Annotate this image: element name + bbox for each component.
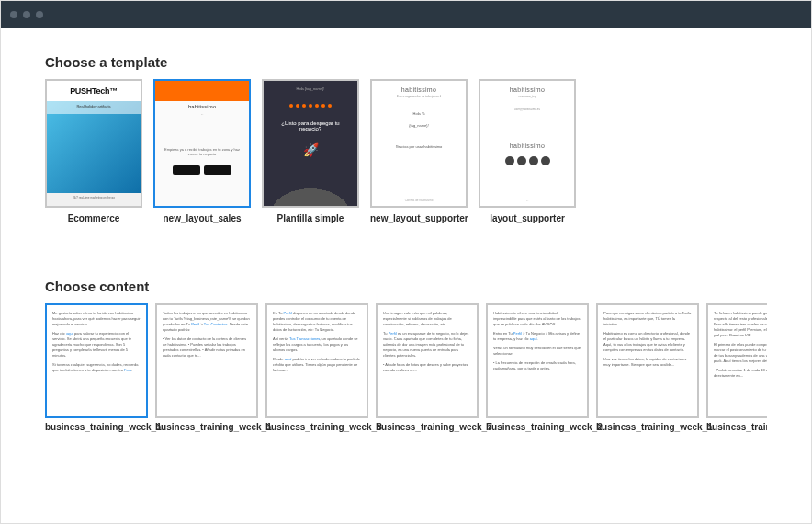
template-thumb: habitissimo ... Empieza ya a recibir tra… [153,79,251,208]
thumb-sub1: username_tag [480,95,574,98]
thumb-footer: 24/7 real-time marketing on the go [47,193,141,206]
googleplay-badge [204,165,231,175]
social-icon [529,156,538,165]
content-thumb: Habitissimo te ofrece una funcionalidad … [486,303,589,418]
social-icon [505,156,514,165]
thumb-sub2: user@habitissimo.es [480,108,574,111]
content-paragraph: Haz clic aquí para valorar tu experienci… [52,331,141,359]
appstore-badge [173,165,200,175]
content-card[interactable]: Todos los trabajos a los que accedes en … [155,303,258,432]
template-label: Ecommerce [45,213,142,223]
thumb-text: Empieza ya a recibir trabajos en tu zona… [161,147,243,156]
content-paragraph: Desde aquí podrás ir a ver cuándo caduca… [273,357,361,373]
template-card-layout-supporter[interactable]: habitissimo username_tag user@habitissim… [479,79,576,223]
template-label: new_layout_sales [153,213,251,223]
content-paragraph: El primero de ellos puede comprar y cons… [714,342,767,364]
thumb-question: ¿Listo para despegar tu negocio? [264,120,357,131]
window-dot [23,11,30,18]
content-paragraph: Entra en Tu Perfil > Tu Negocio > Mis av… [493,331,581,342]
thumb-brand: habitissimo [480,81,574,95]
content-thumb: Una imagen vale más que mil palabras, es… [376,303,479,418]
content-paragraph: Para que consigas sacar el máximo partid… [603,311,692,327]
content-thumb: Tu ficha en habitissimo puede ganar visi… [706,303,767,418]
content-card[interactable]: Para que consigas sacar el máximo partid… [596,303,699,432]
social-icon [541,156,550,165]
dot-row [264,104,357,108]
thumb-brand: habitissimo [372,81,466,95]
content-card[interactable]: En Tu Perfil dispones de un apartado des… [265,303,368,432]
template-card-plantilla-simple[interactable]: Hola {tag_name}! ¿Listo para despegar tu… [262,79,359,223]
content-paragraph: • Podrás arrastrar 1 de cada 10 contacto… [714,368,767,379]
content-paragraph: Habitissimo es como un directorio profes… [603,331,692,353]
content-paragraph: • Añade fotos de fotos que desees y sube… [383,362,471,373]
templates-heading: Choose a template [45,54,767,70]
template-thumb: habitissimo username_tag user@habitissim… [479,79,576,208]
store-buttons [173,165,231,175]
content-paragraph: Una imagen vale más que mil palabras, es… [383,311,471,327]
thumb-title: habitissimo [155,101,249,112]
content-card[interactable]: Tu ficha en habitissimo puede ganar visi… [706,303,767,432]
content-label: business_training_week_7 [376,422,479,432]
template-card-new-layout-supporter[interactable]: habitissimo Nunca regenerados de trabajo… [370,79,468,223]
content-thumb: En Tu Perfil dispones de un apartado des… [265,303,368,418]
orange-bar [155,81,249,101]
content-paragraph: Verás un formulario muy sencillo en el q… [493,346,581,357]
template-card-ecommerce[interactable]: PUSHTech™ Real holiday artifacts 24/7 re… [45,79,142,223]
content-paragraph: Todos los trabajos a los que accedes en … [163,311,251,333]
content-paragraph: Si tuvieras cualquier sugerencia, no dud… [52,362,141,373]
content-row: Me gustaría saber cómo te ha ido con hab… [45,303,767,432]
app-window: Choose a template PUSHTech™ Real holiday… [0,0,812,524]
thumb-greeting: Hola {tag_name}! [264,81,357,97]
content-section: Choose content Me gustaría saber cómo te… [45,279,767,432]
window-titlebar [1,1,811,28]
thumb-line: Hola % [372,111,466,116]
hero-image: Real holiday artifacts [47,101,141,193]
template-label: layout_supporter [479,213,576,223]
thumb-line: {tag_name}! [372,123,466,128]
template-thumb: habitissimo Nunca regenerados de trabajo… [370,79,468,208]
content-paragraph: • La frecuencia de recepción de emails: … [493,360,581,371]
content-card[interactable]: Habitissimo te ofrece una funcionalidad … [486,303,589,432]
content-thumb: Me gustaría saber cómo te ha ido con hab… [45,303,148,418]
curve-decor [264,184,357,206]
thumb-subtitle: Nunca regenerados de trabajo con fi [372,95,466,98]
content-paragraph: Tu ficha en habitissimo puede ganar visi… [714,311,767,338]
content-paragraph: Una vez tienes los datos, la rapidez de … [603,357,692,368]
thumb-footer: Correos de habitissimo [372,195,466,206]
window-dot [10,11,17,18]
content-card[interactable]: Una imagen vale más que mil palabras, es… [376,303,479,432]
brand-logo: PUSHTech™ [47,81,141,101]
template-label: new_layout_supporter [370,213,468,223]
content-heading: Choose content [45,279,767,294]
thumb-footer: ... [480,195,574,206]
content-thumb: Para que consigas sacar el máximo partid… [596,303,699,418]
template-label: Plantilla simple [262,213,359,223]
content-label: business_training_week_2 [486,422,589,432]
social-icons [480,156,574,165]
window-dot [36,11,43,18]
content-label: business_training_week_1 [155,422,258,432]
content-paragraph: En Tu Perfil dispones de un apartado des… [273,311,361,333]
thumb-body: Empieza ya a recibir trabajos en tu zona… [155,116,249,206]
thumb-brand2: habitissimo [480,137,574,151]
template-thumb: PUSHTech™ Real holiday artifacts 24/7 re… [45,79,142,208]
template-row: PUSHTech™ Real holiday artifacts 24/7 re… [45,79,767,223]
hero-band: Real holiday artifacts [47,101,141,114]
content-thumb: Todos los trabajos a los que accedes en … [155,303,258,418]
content-paragraph: Me gustaría saber cómo te ha ido con hab… [52,311,141,327]
content-label: business_training_week_1 [45,422,148,432]
social-icon [517,156,526,165]
content-paragraph: • Ver los datos de contacto de la carter… [163,336,251,359]
template-card-new-layout-sales[interactable]: habitissimo ... Empieza ya a recibir tra… [153,79,251,223]
content-paragraph: Ahí verás Tus Transacciones, un apartado… [273,336,361,353]
content-label: business_training_week_1 [596,422,699,432]
content-label: business_training_week_6 [706,422,767,432]
content-card[interactable]: Me gustaría saber cómo te ha ido con hab… [45,303,148,432]
content-paragraph: Habitissimo te ofrece una funcionalidad … [493,311,581,327]
thumb-thanks: Gracias por usar habitissimo [372,144,466,149]
main-content: Choose a template PUSHTech™ Real holiday… [1,28,811,524]
template-thumb: Hola {tag_name}! ¿Listo para despegar tu… [262,79,359,208]
content-label: business_training_week_8 [265,422,368,432]
rocket-icon: 🚀 [264,142,357,157]
content-paragraph: Tu Perfil es un escaparate de tu negocio… [383,331,471,359]
